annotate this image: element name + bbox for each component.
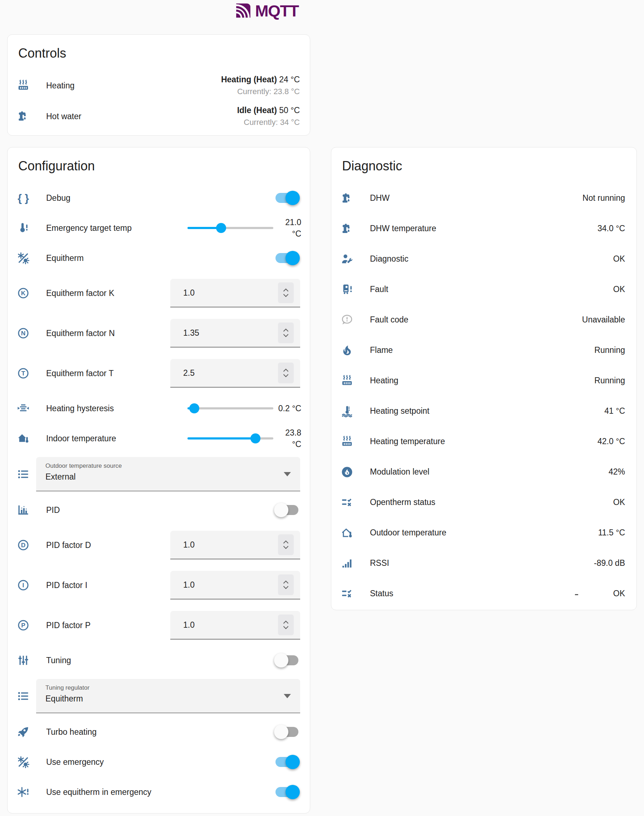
- diag-row-status[interactable]: Status OK: [331, 578, 636, 609]
- chevron-down-icon: [283, 586, 289, 589]
- equitherm-factor-t-field[interactable]: [170, 359, 300, 388]
- number-stepper[interactable]: [278, 362, 294, 383]
- row-label: Use emergency: [46, 757, 104, 767]
- row-value: 42%: [609, 467, 625, 477]
- debug-toggle[interactable]: [276, 193, 298, 203]
- row-value: 34.0 °C: [598, 224, 625, 233]
- row-value: Unavailable: [582, 315, 625, 325]
- number-stepper[interactable]: [278, 282, 294, 303]
- config-row-use-emergency: Use emergency: [8, 747, 310, 777]
- emergency-target-temp-slider[interactable]: [187, 223, 273, 233]
- chevron-down-icon: [283, 626, 289, 630]
- diag-row-heating-temperature[interactable]: Heating temperature 42.0 °C: [331, 426, 636, 457]
- chevron-up-icon: [283, 620, 289, 624]
- diag-row-fault[interactable]: Fault OK: [331, 274, 636, 305]
- diag-row-fault-code[interactable]: Fault code Unavailable: [331, 305, 636, 335]
- climate-current: Currently: 34 °C: [237, 116, 300, 129]
- chevron-up-icon: [283, 288, 289, 292]
- account-wrench-icon: [340, 253, 354, 265]
- status-footnote-mark: [575, 594, 578, 595]
- fire-icon: [340, 344, 354, 357]
- diag-row-heating-setpoint[interactable]: Heating setpoint 41 °C: [331, 396, 636, 426]
- diag-row-rssi[interactable]: RSSI -89.0 dB: [331, 548, 636, 578]
- equitherm-factor-t-input[interactable]: [183, 368, 278, 378]
- pid-factor-p-field[interactable]: [170, 611, 300, 640]
- radiator-icon: [340, 435, 354, 448]
- diag-row-modulation-level[interactable]: Modulation level 42%: [331, 457, 636, 487]
- config-row-use-equitherm-in-emergency: Use equitherm in emergency: [8, 777, 310, 807]
- row-label: Status: [370, 589, 393, 598]
- diag-row-heating[interactable]: Heating Running: [331, 365, 636, 396]
- radiator-icon: [17, 79, 30, 92]
- diag-row-dhw-temperature[interactable]: DHW temperature 34.0 °C: [331, 213, 636, 244]
- number-stepper[interactable]: [278, 534, 294, 555]
- snowflake-alert-icon: [17, 785, 30, 798]
- row-label: Heating hysteresis: [46, 404, 114, 413]
- row-value: 11.5 °C: [598, 528, 625, 538]
- tuning-toggle[interactable]: [276, 655, 298, 665]
- pid-toggle[interactable]: [276, 505, 298, 515]
- row-label: PID factor P: [46, 621, 90, 630]
- number-stepper[interactable]: [278, 574, 294, 595]
- select-label: Tuning regulator: [46, 684, 279, 692]
- pid-factor-p-input[interactable]: [183, 620, 278, 630]
- row-label: Modulation level: [370, 467, 429, 477]
- tuning-regulator-select[interactable]: Tuning regulator Equitherm: [36, 679, 300, 713]
- pid-factor-d-field[interactable]: [170, 531, 300, 559]
- select-value: External: [46, 472, 279, 482]
- format-list-bulleted-icon: [17, 468, 30, 481]
- diag-row-flame[interactable]: Flame Running: [331, 335, 636, 365]
- control-row-heating[interactable]: Heating Heating (Heat) 24 °C Currently: …: [8, 70, 310, 101]
- number-stepper[interactable]: [278, 322, 294, 343]
- svg-text:I: I: [23, 581, 25, 589]
- svg-text:N: N: [21, 330, 25, 337]
- diag-row-outdoor-temperature[interactable]: Outdoor temperature 11.5 °C: [331, 517, 636, 548]
- sun-snowflake-icon: [17, 756, 30, 768]
- equitherm-factor-n-input[interactable]: [183, 328, 278, 338]
- row-value: OK: [613, 589, 625, 598]
- row-label: PID: [46, 505, 60, 515]
- equitherm-factor-k-input[interactable]: [183, 288, 278, 298]
- list-status-icon: [340, 587, 354, 600]
- row-value: -89.0 dB: [594, 558, 625, 568]
- equitherm-factor-k-field[interactable]: [170, 279, 300, 307]
- row-label: Flame: [370, 345, 393, 355]
- chevron-up-icon: [283, 540, 289, 544]
- select-value: Equitherm: [46, 694, 279, 704]
- alpha-t-circle-icon: T: [17, 367, 30, 380]
- diag-row-opentherm-status[interactable]: Opentherm status OK: [331, 487, 636, 517]
- outdoor-temperature-source-select[interactable]: Outdoor temperature source External: [36, 457, 300, 491]
- alpha-p-circle-icon: P: [17, 619, 30, 632]
- control-row-hot-water[interactable]: Hot water Idle (Heat) 50 °C Currently: 3…: [8, 101, 310, 132]
- turbo-heating-toggle[interactable]: [276, 727, 298, 737]
- dropdown-caret-icon: [284, 472, 291, 476]
- home-thermometer-icon: [17, 432, 30, 445]
- pid-factor-d-input[interactable]: [183, 540, 278, 550]
- equitherm-factor-n-field[interactable]: [170, 319, 300, 348]
- row-label: Debug: [46, 193, 71, 203]
- config-row-outdoor-temperature-source: Outdoor temperature source External: [8, 454, 310, 495]
- card-title-configuration: Configuration: [18, 158, 310, 175]
- number-stepper[interactable]: [278, 615, 294, 635]
- config-row-emergency-target-temp: Emergency target temp 21.0 °C: [8, 213, 310, 243]
- pid-factor-i-input[interactable]: [183, 580, 278, 590]
- use-equitherm-in-emergency-toggle[interactable]: [276, 787, 298, 797]
- config-row-equitherm: Equitherm: [8, 243, 310, 273]
- climate-state: Heating (Heat) 24 °C Currently: 23.8 °C: [221, 74, 300, 98]
- alpha-k-circle-icon: K: [17, 287, 30, 299]
- thermometer-alert-icon: [17, 222, 30, 235]
- pid-factor-i-field[interactable]: [170, 571, 300, 600]
- use-emergency-toggle[interactable]: [276, 757, 298, 767]
- chevron-down-icon: [283, 374, 289, 377]
- row-value: OK: [613, 497, 625, 507]
- indoor-temperature-slider[interactable]: [187, 433, 273, 443]
- diag-row-diagnostic[interactable]: Diagnostic OK: [331, 244, 636, 274]
- row-label: Heating setpoint: [370, 406, 429, 416]
- heating-hysteresis-slider[interactable]: [187, 403, 273, 413]
- alpha-i-circle-icon: I: [17, 579, 30, 592]
- row-value: OK: [613, 254, 625, 264]
- equitherm-toggle[interactable]: [276, 253, 298, 263]
- diag-row-dhw[interactable]: DHW Not running: [331, 183, 636, 213]
- tune-vertical-icon: [17, 654, 30, 667]
- mqtt-logo-text: MQTT: [255, 2, 298, 20]
